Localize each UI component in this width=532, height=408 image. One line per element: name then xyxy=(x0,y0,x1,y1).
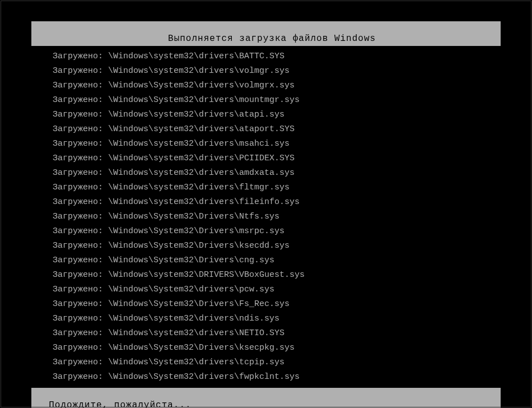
boot-log-line: Загружено: \Windows\system32\drivers\NET… xyxy=(53,326,532,341)
boot-log-line: Загружено: \Windows\System32\Drivers\cng… xyxy=(53,253,532,268)
boot-log-line: Загружено: \Windows\system32\drivers\ata… xyxy=(53,122,532,137)
boot-log-line: Загружено: \Windows\System32\Drivers\Fs_… xyxy=(53,297,532,312)
boot-log-line: Загружено: \Windows\system32\drivers\ndi… xyxy=(53,312,532,326)
boot-log-line: Загружено: \Windows\system32\drivers\amd… xyxy=(53,166,532,180)
title-text: Выполняется загрузка файлов Windows xyxy=(168,34,376,44)
status-bar: Подождите, пожалуйста... xyxy=(31,388,501,408)
boot-log-line: Загружено: \Windows\System32\drivers\pcw… xyxy=(53,282,532,297)
boot-log-line: Загружено: \Windows\system32\drivers\PCI… xyxy=(53,151,532,166)
boot-log-line: Загружено: \Windows\System32\Drivers\kse… xyxy=(53,239,532,253)
boot-log-line: Загружено: \Windows\System32\drivers\fwp… xyxy=(53,370,532,384)
boot-log-line: Загружено: \Windows\System32\Drivers\msr… xyxy=(53,224,532,239)
boot-log-line: Загружено: \Windows\system32\drivers\ata… xyxy=(53,108,532,122)
boot-log-line: Загружено: \Windows\system32\drivers\fil… xyxy=(53,195,532,210)
boot-log-area: Загружено: \Windows\system32\drivers\BAT… xyxy=(0,46,532,388)
status-text: Подождите, пожалуйста... xyxy=(49,400,191,408)
boot-log-line: Загружено: \Windows\system32\drivers\BAT… xyxy=(53,49,532,64)
boot-log-line: Загружено: \Windows\system32\DRIVERS\VBo… xyxy=(53,268,532,282)
boot-log-line: Загружено: \Windows\system32\drivers\vol… xyxy=(53,64,532,78)
boot-log-line: Загружено: \Windows\System32\drivers\tcp… xyxy=(53,355,532,370)
boot-log-line: Загружено: \Windows\System32\drivers\mou… xyxy=(53,93,532,108)
title-bar: Выполняется загрузка файлов Windows xyxy=(31,21,501,46)
boot-log-line: Загружено: \Windows\System32\Drivers\kse… xyxy=(53,341,532,355)
boot-log-line: Загружено: \Windows\System32\drivers\vol… xyxy=(53,78,532,93)
boot-log-line: Загружено: \Windows\System32\Drivers\Ntf… xyxy=(53,210,532,224)
boot-log-line: Загружено: \Windows\system32\drivers\flt… xyxy=(53,180,532,195)
boot-log-line: Загружено: \Windows\system32\drivers\msa… xyxy=(53,137,532,151)
